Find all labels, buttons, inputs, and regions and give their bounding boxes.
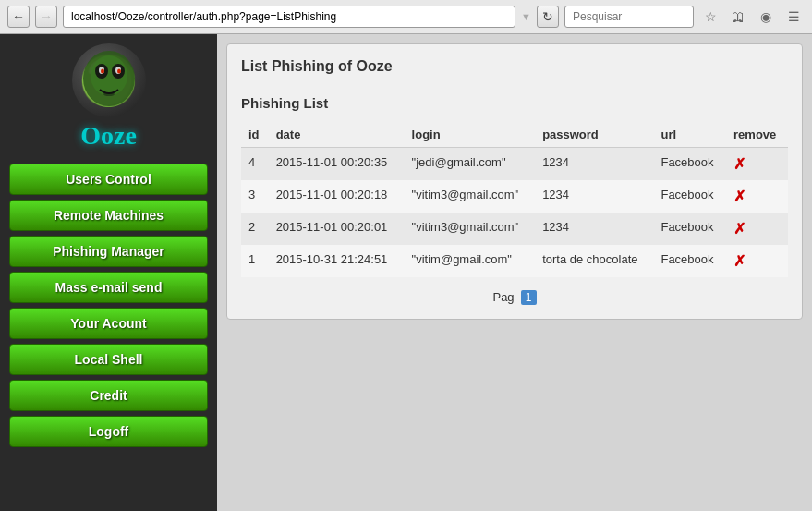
cell-id: 4 (241, 148, 269, 181)
cell-login: "vitim3@gmail.com" (405, 180, 536, 213)
col-date: date (269, 122, 405, 148)
col-url: url (653, 122, 726, 148)
pagination: Pag 1 (241, 290, 788, 305)
cell-date: 2015-10-31 21:24:51 (269, 245, 405, 277)
cell-password: torta de chocolate (535, 245, 653, 277)
table-row: 12015-10-31 21:24:51"vitim@gmail.com"tor… (241, 245, 788, 277)
bookmark-icon[interactable]: 🕮 (727, 6, 749, 28)
content-box: List Phishing of Ooze Phishing List id d… (226, 43, 803, 320)
cell-remove: ✗ (726, 213, 788, 245)
cell-remove: ✗ (726, 148, 788, 181)
svg-point-7 (117, 69, 121, 74)
cell-login: "jedi@gmail.com" (405, 148, 536, 181)
reload-button[interactable]: ↻ (537, 6, 559, 28)
svg-point-6 (101, 69, 104, 74)
table-row: 22015-11-01 00:20:01"vitim3@gmail.com"12… (241, 213, 788, 245)
cell-url: Facebook (653, 148, 726, 181)
col-remove: remove (726, 122, 788, 148)
phishing-table: id date login password url remove 42015-… (241, 122, 788, 277)
col-password: password (535, 122, 653, 148)
remove-button[interactable]: ✗ (733, 156, 745, 172)
main-content: List Phishing of Ooze Phishing List id d… (217, 34, 812, 511)
sidebar-item-credit[interactable]: Credit (9, 380, 208, 411)
cell-login: "vitim3@gmail.com" (405, 213, 536, 245)
remove-button[interactable]: ✗ (733, 189, 745, 204)
cell-remove: ✗ (726, 180, 788, 213)
cell-remove: ✗ (726, 245, 788, 277)
cell-password: 1234 (535, 213, 653, 245)
pagination-label: Pag (492, 290, 514, 304)
sidebar-item-remote-machines[interactable]: Remote Machines (9, 200, 208, 231)
app-title: Ooze (80, 121, 137, 151)
cell-password: 1234 (535, 148, 653, 181)
cell-id: 2 (241, 213, 269, 245)
browser-chrome: ← → ▼ ↻ ☆ 🕮 ◉ ☰ (0, 0, 812, 34)
back-button[interactable]: ← (7, 6, 30, 28)
page-title: List Phishing of Ooze (241, 58, 788, 82)
remove-button[interactable]: ✗ (733, 221, 745, 237)
sidebar-item-logoff[interactable]: Logoff (9, 416, 208, 447)
cell-password: 1234 (535, 180, 653, 213)
cell-url: Facebook (653, 245, 726, 277)
sidebar-nav: Users Control Remote Machines Phishing M… (0, 164, 217, 447)
search-input[interactable] (564, 6, 694, 28)
sidebar-item-users-control[interactable]: Users Control (9, 164, 208, 195)
cell-id: 1 (241, 245, 269, 277)
more-button[interactable]: ☰ (782, 6, 805, 28)
sidebar-item-phishing-manager[interactable]: Phishing Manager (9, 236, 208, 267)
shield-icon[interactable]: ◉ (755, 6, 777, 28)
sidebar-item-your-account[interactable]: Your Acount (9, 308, 208, 339)
sidebar-item-mass-email[interactable]: Mass e-mail send (9, 272, 208, 303)
cell-url: Facebook (653, 180, 726, 213)
sidebar-item-local-shell[interactable]: Local Shell (9, 344, 208, 375)
col-login: login (405, 122, 536, 148)
page-number[interactable]: 1 (521, 290, 537, 305)
col-id: id (241, 122, 269, 148)
cell-date: 2015-11-01 00:20:01 (269, 213, 405, 245)
cell-date: 2015-11-01 00:20:18 (269, 180, 405, 213)
cell-login: "vitim@gmail.com" (405, 245, 536, 277)
forward-button[interactable]: → (35, 6, 57, 28)
section-title: Phishing List (241, 95, 788, 111)
cell-id: 3 (241, 180, 269, 213)
sidebar: 🟢 Ooze Users Control Remote Machines Phi… (0, 34, 217, 511)
cell-date: 2015-11-01 00:20:35 (269, 148, 405, 181)
cell-url: Facebook (653, 213, 726, 245)
logo-image: 🟢 (72, 43, 146, 117)
table-row: 32015-11-01 00:20:18"vitim3@gmail.com"12… (241, 180, 788, 213)
remove-button[interactable]: ✗ (733, 253, 745, 269)
app-container: 🟢 Ooze Users Control Remote Machines Phi… (0, 34, 812, 511)
star-icon[interactable]: ☆ (699, 6, 721, 28)
url-bar[interactable] (63, 6, 515, 28)
svg-point-8 (103, 92, 115, 96)
table-row: 42015-11-01 00:20:35"jedi@gmail.com"1234… (241, 148, 788, 181)
